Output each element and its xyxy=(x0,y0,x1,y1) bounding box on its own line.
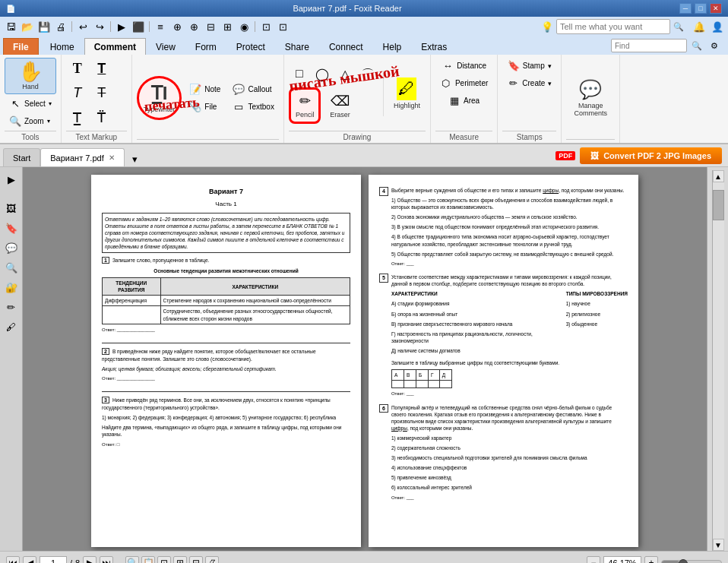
status-btn-4[interactable]: ⊞ xyxy=(173,556,187,564)
zoom-slider-thumb[interactable] xyxy=(679,559,688,564)
tab-form[interactable]: Form xyxy=(185,38,226,55)
status-btn-5[interactable]: ⊟ xyxy=(189,556,203,564)
tab-view[interactable]: View xyxy=(146,38,185,55)
zoom-out-btn[interactable]: − xyxy=(587,556,600,564)
perimeter-icon: ⬡ xyxy=(440,77,452,89)
status-btn-6[interactable]: 🖨 xyxy=(205,556,219,564)
rect-tool[interactable]: □ xyxy=(289,64,310,86)
notification-icon[interactable]: 🔔 xyxy=(692,19,707,34)
zoom-button[interactable]: 🔍 Zoom ▾ xyxy=(5,113,56,129)
tab-comment[interactable]: Comment xyxy=(84,38,146,55)
status-btn-3[interactable]: ⊡ xyxy=(157,556,171,564)
triangle-tool[interactable]: △ xyxy=(334,64,356,86)
text-icon-2: T xyxy=(97,61,106,77)
tab-connect[interactable]: Connect xyxy=(319,38,373,55)
text-markup-label: Text Markup xyxy=(66,131,127,141)
find-button[interactable]: 🔍 xyxy=(689,38,704,53)
prev-page-btn[interactable]: ◀ xyxy=(23,556,36,564)
scroll-up[interactable]: ▲ xyxy=(713,170,724,182)
text-markup-btn-4[interactable]: T xyxy=(90,82,113,104)
note-button[interactable]: 📝 Note xyxy=(185,81,225,97)
sidebar-stamp[interactable]: 🖋 xyxy=(2,318,21,336)
hand-tool-button[interactable]: ✋ Hand xyxy=(5,58,56,94)
sidebar-thumbnails[interactable]: 🖼 xyxy=(2,199,21,217)
sidebar-search[interactable]: 🔍 xyxy=(2,258,21,277)
qa-btn11[interactable]: ⊡ xyxy=(258,19,274,34)
stamp-button[interactable]: 🔖 Stamp xyxy=(503,58,556,74)
minimize-button[interactable]: ─ xyxy=(679,3,692,14)
qa-btn4[interactable]: ⬛ xyxy=(131,19,146,34)
last-page-btn[interactable]: ⏭ xyxy=(100,556,113,564)
find-options[interactable]: ⚙ xyxy=(707,38,722,53)
qa-btn9[interactable]: ⊞ xyxy=(220,19,235,34)
doc-tab-variant[interactable]: Вариант 7.pdf ✕ xyxy=(40,148,124,166)
text-markup-btn-6[interactable]: T̈ xyxy=(90,106,113,129)
qa-btn7[interactable]: ⊕ xyxy=(186,19,201,34)
zoom-input[interactable] xyxy=(603,556,641,564)
qa-btn8[interactable]: ⊟ xyxy=(203,19,218,34)
area-button[interactable]: ▦ Area xyxy=(444,93,484,109)
arc-tool[interactable]: ⌒ xyxy=(357,64,378,86)
close-tab-icon[interactable]: ✕ xyxy=(109,153,115,162)
text-icon-4: T xyxy=(97,85,106,101)
qa-btn5[interactable]: ≡ xyxy=(153,19,168,34)
qa-print[interactable]: 🖨 xyxy=(53,19,68,34)
next-page-btn[interactable]: ▶ xyxy=(83,556,97,564)
tab-file[interactable]: File xyxy=(3,38,39,55)
sidebar-lock[interactable]: 🔐 xyxy=(2,278,21,296)
tab-share[interactable]: Share xyxy=(275,38,319,55)
sidebar-bookmarks[interactable]: 🔖 xyxy=(2,219,21,237)
q3-subtext: Найдите два термина, «выпадающих» из общ… xyxy=(102,424,350,438)
status-btn-2[interactable]: 📋 xyxy=(141,556,155,564)
create-button[interactable]: ✏ Create xyxy=(502,75,556,91)
callout-button[interactable]: 💬 Callout xyxy=(228,81,278,97)
circle-tool[interactable]: ◯ xyxy=(312,64,333,86)
zoom-in-btn[interactable]: + xyxy=(644,556,658,564)
tab-protect[interactable]: Protect xyxy=(226,38,275,55)
convert-button[interactable]: 🖼 Convert PDF 2 JPG Images xyxy=(580,147,722,164)
tell-me-input[interactable] xyxy=(556,19,670,34)
qa-redo[interactable]: ↪ xyxy=(92,19,107,34)
sidebar-comments[interactable]: 💬 xyxy=(2,239,21,257)
pencil-button[interactable]: ✏ Pencil xyxy=(289,87,321,124)
sidebar-nav-btn[interactable]: ▶ xyxy=(2,170,21,188)
qa-undo[interactable]: ↩ xyxy=(75,19,90,34)
text-markup-btn-3[interactable]: T xyxy=(66,82,89,104)
qa-btn10[interactable]: ◉ xyxy=(236,19,252,34)
tab-home[interactable]: Home xyxy=(40,38,84,55)
manage-comments-button[interactable]: 💬 Manage Comments xyxy=(566,75,615,121)
qa-save[interactable]: 💾 xyxy=(36,19,52,34)
text-markup-btn-5[interactable]: T̲ xyxy=(66,106,89,129)
eraser-button[interactable]: ⌫ Eraser xyxy=(324,89,356,122)
qa-btn12[interactable]: ⊡ xyxy=(275,19,290,34)
file-button[interactable]: 📎 File xyxy=(185,99,225,115)
sidebar-signature[interactable]: ✏ xyxy=(2,298,21,316)
qa-new[interactable]: 🖫 xyxy=(3,19,18,34)
text-markup-btn-1[interactable]: T xyxy=(66,58,89,80)
search-icon: 🔍 xyxy=(673,22,684,32)
scroll-thumb[interactable] xyxy=(713,190,724,220)
tab-help[interactable]: Help xyxy=(373,38,412,55)
qa-btn3[interactable]: ▶ xyxy=(114,19,129,34)
maximize-button[interactable]: □ xyxy=(695,3,707,14)
text-markup-btn-2[interactable]: T xyxy=(90,58,113,80)
q4-item-2: 2) Основа экономики индустриального обще… xyxy=(391,213,628,220)
distance-button[interactable]: ↔ Distance xyxy=(437,58,491,74)
tab-dropdown[interactable]: ▾ xyxy=(128,151,143,166)
qa-open[interactable]: 📂 xyxy=(20,19,35,34)
find-input[interactable] xyxy=(611,39,687,52)
qa-btn6[interactable]: ⊕ xyxy=(169,19,185,34)
close-button[interactable]: ✕ xyxy=(710,3,722,14)
doc-tab-start[interactable]: Start xyxy=(3,148,40,166)
status-btn-1[interactable]: 🔍 xyxy=(125,556,139,564)
page-number-input[interactable] xyxy=(40,556,67,564)
first-page-btn[interactable]: ⏮ xyxy=(6,556,20,564)
scroll-down[interactable]: ▼ xyxy=(713,539,724,551)
textbox-button[interactable]: ▭ Textbox xyxy=(228,99,278,115)
typewriter-button[interactable]: T̲I Typewriter xyxy=(137,76,182,120)
user-icon[interactable]: 👤 xyxy=(710,19,725,34)
perimeter-button[interactable]: ⬡ Perimeter xyxy=(435,75,492,91)
highlight-button[interactable]: 🖊 Highlight xyxy=(388,74,426,113)
tab-extras[interactable]: Extras xyxy=(411,38,457,55)
select-button[interactable]: ↖ Select ▾ xyxy=(5,96,56,112)
